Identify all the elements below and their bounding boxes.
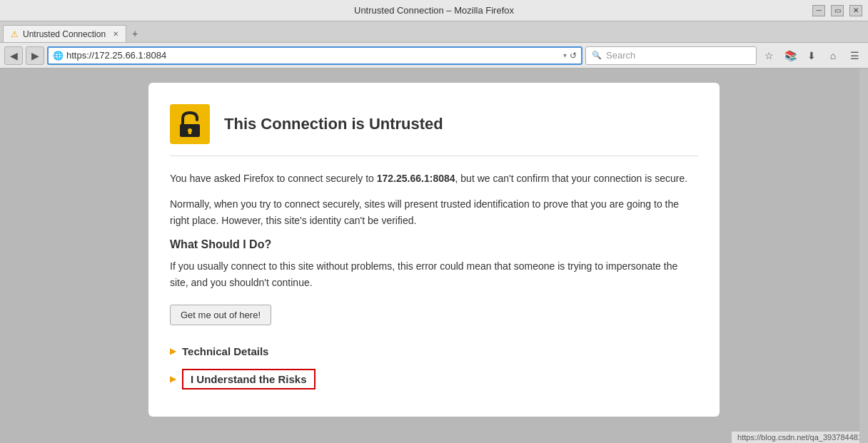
new-tab-button[interactable]: + <box>126 25 143 42</box>
tab-label: Untrusted Connection <box>23 29 106 39</box>
menu-button[interactable]: ☰ <box>845 46 864 65</box>
tab-warning-icon: ⚠ <box>11 29 19 39</box>
risks-box[interactable]: I Understand the Risks <box>182 369 316 389</box>
search-icon: 🔍 <box>592 51 602 60</box>
home-button[interactable]: ⌂ <box>824 46 842 65</box>
get-out-button[interactable]: Get me out of here! <box>170 305 271 325</box>
error-card: ! This Connection is Untrusted You have … <box>148 83 720 417</box>
nav-right-buttons: ☆ 📚 ⬇ ⌂ ☰ <box>760 46 864 65</box>
tab-untrusted-connection[interactable]: ⚠ Untrusted Connection ✕ <box>3 25 126 42</box>
error-header: ! This Connection is Untrusted <box>170 104 698 156</box>
search-bar[interactable]: 🔍 Search <box>585 46 757 65</box>
error-icon: ! <box>170 104 210 144</box>
url-dropdown[interactable]: ▾ <box>563 51 567 59</box>
technical-details-label: Technical Details <box>182 345 268 357</box>
window-controls: ─ ▭ ✕ <box>812 5 862 16</box>
forward-icon: ▶ <box>31 50 39 61</box>
error-advice: If you usually connect to this site with… <box>170 258 698 290</box>
search-placeholder: Search <box>606 50 635 61</box>
what-should-heading: What Should I Do? <box>170 238 698 251</box>
url-bar[interactable]: 🌐 https://172.25.66.1:8084 ▾ ↺ <box>47 46 582 65</box>
status-bar: https://blog.csdn.net/qa_393784481 <box>732 432 868 443</box>
bookmarks-button[interactable]: 📚 <box>781 46 799 65</box>
url-dropdown-arrow: ▾ <box>563 51 567 59</box>
close-button[interactable]: ✕ <box>849 5 862 16</box>
bookmark-button[interactable]: ☆ <box>760 46 778 65</box>
ssl-icon-svg: ! <box>174 108 206 140</box>
restore-button[interactable]: ▭ <box>831 5 844 16</box>
technical-details-section[interactable]: ▶ Technical Details <box>170 340 698 363</box>
url-text: https://172.25.66.1:8084 <box>66 50 563 61</box>
forward-button[interactable]: ▶ <box>26 46 44 65</box>
title-bar: Untrusted Connection – Mozilla Firefox ─… <box>0 0 868 21</box>
error-paragraph-2: Normally, when you try to connect secure… <box>170 196 698 228</box>
svg-text:!: ! <box>188 113 191 121</box>
refresh-icon[interactable]: ↺ <box>570 51 577 61</box>
svg-rect-2 <box>188 131 191 134</box>
window-title: Untrusted Connection – Mozilla Firefox <box>354 5 514 16</box>
error-p1-after: , but we can't confirm that your connect… <box>455 173 688 184</box>
back-button[interactable]: ◀ <box>4 46 23 65</box>
technical-details-arrow: ▶ <box>170 346 176 356</box>
risks-label: I Understand the Risks <box>191 373 307 385</box>
url-globe-icon: 🌐 <box>53 51 64 61</box>
error-title: This Connection is Untrusted <box>224 115 443 133</box>
download-button[interactable]: ⬇ <box>802 46 821 65</box>
tab-bar: ⚠ Untrusted Connection ✕ + <box>0 21 868 43</box>
error-p1-before: You have asked Firefox to connect secure… <box>170 173 377 184</box>
minimize-button[interactable]: ─ <box>812 5 825 16</box>
page-content: ! This Connection is Untrusted You have … <box>0 68 868 443</box>
scrollbar[interactable] <box>859 68 868 443</box>
status-url: https://blog.csdn.net/qa_393784481 <box>737 433 862 442</box>
error-p1-bold: 172.25.66.1:8084 <box>377 173 455 184</box>
tab-close-icon[interactable]: ✕ <box>113 30 118 38</box>
risks-arrow-icon: ▶ <box>170 374 176 384</box>
nav-bar: ◀ ▶ 🌐 https://172.25.66.1:8084 ▾ ↺ 🔍 Sea… <box>0 43 868 68</box>
back-icon: ◀ <box>10 50 18 61</box>
error-paragraph-1: You have asked Firefox to connect secure… <box>170 170 698 186</box>
risks-section[interactable]: ▶ I Understand the Risks <box>170 363 698 395</box>
